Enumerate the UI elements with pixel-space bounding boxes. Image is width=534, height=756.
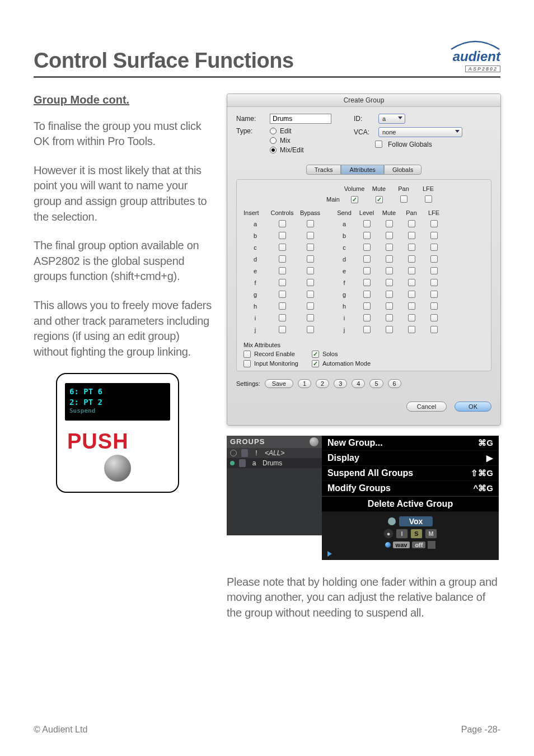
type-mixedit-radio[interactable]: Mix/Edit — [270, 146, 304, 154]
checkbox[interactable] — [386, 314, 393, 321]
tab-attributes[interactable]: Attributes — [341, 165, 383, 175]
checkbox[interactable] — [386, 279, 393, 286]
checkbox[interactable] — [279, 291, 286, 298]
checkbox[interactable] — [386, 220, 393, 227]
checkbox[interactable] — [307, 314, 314, 321]
menu-modify-groups[interactable]: Modify Groups ^⌘G — [322, 481, 499, 496]
checkbox[interactable] — [279, 232, 286, 239]
checkbox[interactable] — [430, 232, 438, 239]
checkbox[interactable] — [307, 244, 314, 251]
preset-6-button[interactable]: 6 — [388, 379, 401, 388]
input-button[interactable]: I — [396, 529, 408, 539]
checkbox[interactable] — [386, 291, 393, 298]
checkbox[interactable] — [279, 267, 286, 274]
menu-new-group[interactable]: New Group... ⌘G — [322, 436, 499, 451]
checkbox[interactable] — [408, 244, 415, 251]
checkbox[interactable] — [386, 232, 393, 239]
checkbox[interactable] — [408, 291, 415, 298]
type-edit-radio[interactable]: Edit — [270, 127, 304, 135]
save-button[interactable]: Save — [265, 379, 293, 388]
preset-3-button[interactable]: 3 — [334, 379, 347, 388]
vca-dropdown[interactable]: none — [378, 127, 462, 137]
checkbox[interactable] — [430, 244, 438, 251]
solos-checkbox[interactable] — [312, 351, 319, 358]
checkbox[interactable] — [430, 291, 438, 298]
checkbox[interactable] — [408, 220, 415, 227]
group-name-input[interactable] — [270, 114, 331, 124]
record-enable-checkbox[interactable] — [243, 351, 251, 358]
preset-1-button[interactable]: 1 — [298, 379, 311, 388]
checkbox[interactable] — [279, 279, 286, 286]
checkbox[interactable] — [430, 314, 438, 321]
checkbox[interactable] — [408, 279, 415, 286]
groups-row-all[interactable]: ! <ALL> — [227, 448, 322, 458]
main-mute-checkbox[interactable] — [376, 196, 383, 203]
checkbox[interactable] — [386, 244, 393, 251]
automation-mode-selector[interactable]: off — [412, 542, 425, 548]
checkbox[interactable] — [363, 255, 371, 263]
mute-button[interactable]: M — [425, 529, 437, 539]
checkbox[interactable] — [386, 302, 393, 310]
checkbox[interactable] — [307, 232, 314, 239]
checkbox[interactable] — [307, 255, 314, 263]
checkbox[interactable] — [430, 326, 438, 333]
checkbox[interactable] — [363, 302, 371, 310]
checkbox[interactable] — [430, 255, 438, 263]
checkbox[interactable] — [363, 291, 371, 298]
track-name[interactable]: Vox — [399, 516, 433, 526]
checkbox[interactable] — [363, 220, 371, 227]
tab-globals[interactable]: Globals — [384, 165, 421, 175]
checkbox[interactable] — [408, 314, 415, 321]
tab-tracks[interactable]: Tracks — [306, 165, 341, 175]
cancel-button[interactable]: Cancel — [406, 402, 447, 412]
follow-globals-checkbox[interactable] — [375, 141, 382, 148]
preset-5-button[interactable]: 5 — [369, 379, 383, 388]
main-pan-checkbox[interactable] — [400, 195, 407, 203]
record-button[interactable]: ● — [383, 529, 394, 539]
checkbox[interactable] — [363, 267, 371, 274]
checkbox[interactable] — [363, 326, 371, 333]
menu-suspend-all[interactable]: Suspend All Groups ⇧⌘G — [322, 466, 499, 481]
groups-row-drums[interactable]: a Drums — [227, 458, 322, 468]
disclosure-icon[interactable] — [310, 437, 318, 446]
checkbox[interactable] — [408, 267, 415, 274]
preset-2-button[interactable]: 2 — [316, 379, 329, 388]
checkbox[interactable] — [363, 279, 371, 286]
checkbox[interactable] — [307, 291, 314, 298]
checkbox[interactable] — [430, 279, 438, 286]
solo-button[interactable]: S — [410, 529, 423, 539]
checkbox[interactable] — [430, 302, 438, 310]
id-dropdown[interactable]: a — [378, 114, 405, 124]
view-selector[interactable]: wav — [393, 542, 410, 548]
checkbox[interactable] — [363, 314, 371, 321]
automation-indicator-icon[interactable] — [385, 542, 391, 548]
menu-display[interactable]: Display ▶ — [322, 451, 499, 466]
checkbox[interactable] — [363, 232, 371, 239]
type-mix-radio[interactable]: Mix — [270, 137, 304, 144]
checkbox[interactable] — [279, 302, 286, 310]
ok-button[interactable]: OK — [455, 402, 491, 412]
checkbox[interactable] — [408, 232, 415, 239]
checkbox[interactable] — [279, 255, 286, 263]
checkbox[interactable] — [386, 255, 393, 263]
preset-4-button[interactable]: 4 — [352, 379, 365, 388]
checkbox[interactable] — [307, 267, 314, 274]
checkbox[interactable] — [386, 267, 393, 274]
checkbox[interactable] — [279, 326, 286, 333]
checkbox[interactable] — [307, 326, 314, 333]
checkbox[interactable] — [408, 255, 415, 263]
checkbox[interactable] — [430, 220, 438, 227]
checkbox[interactable] — [307, 279, 314, 286]
input-monitoring-checkbox[interactable] — [243, 360, 251, 367]
automation-mode-checkbox[interactable] — [312, 360, 319, 367]
checkbox[interactable] — [363, 244, 371, 251]
checkbox[interactable] — [279, 314, 286, 321]
elastic-icon[interactable] — [428, 541, 435, 549]
menu-delete-active[interactable]: Delete Active Group — [322, 496, 499, 512]
checkbox[interactable] — [386, 326, 393, 333]
main-lfe-checkbox[interactable] — [425, 195, 432, 203]
checkbox[interactable] — [408, 302, 415, 310]
checkbox[interactable] — [279, 244, 286, 251]
checkbox[interactable] — [307, 220, 314, 227]
checkbox[interactable] — [279, 220, 286, 227]
